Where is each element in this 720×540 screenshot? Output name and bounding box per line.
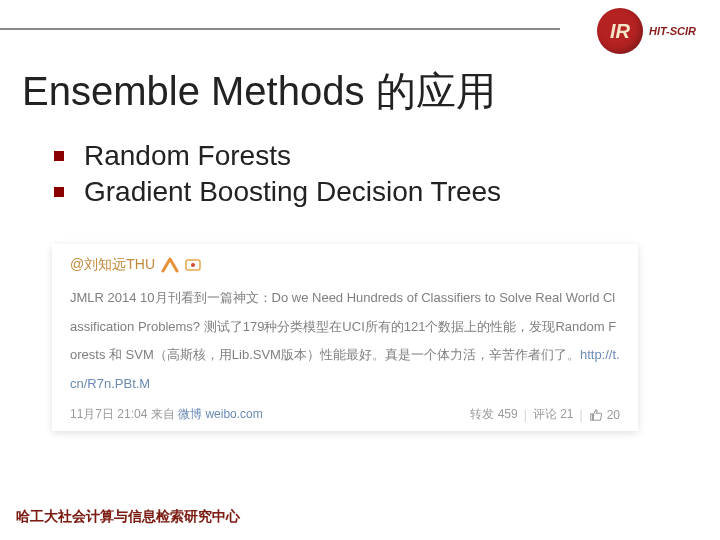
org-logo: IR HIT-SCIR <box>597 8 696 54</box>
repost-button[interactable]: 转发 459 <box>470 406 517 423</box>
logo-mark: IR <box>610 20 630 43</box>
club-icon <box>185 257 201 273</box>
svg-point-1 <box>191 263 195 267</box>
weibo-username: 刘知远THU <box>84 256 155 272</box>
vip-icon <box>161 257 179 273</box>
weibo-time: 11月7日 21:04 <box>70 407 147 421</box>
ir-logo-icon: IR <box>597 8 643 54</box>
header-divider <box>0 28 560 30</box>
list-item: Random Forests <box>54 140 501 172</box>
weibo-card: @刘知远THU JMLR 2014 10月刊看到一篇神文：Do we Need … <box>52 244 638 431</box>
via-prefix: 来自 <box>151 407 175 421</box>
weibo-source-link[interactable]: 微博 weibo.com <box>178 407 263 421</box>
comment-button[interactable]: 评论 21 <box>533 406 574 423</box>
comment-label: 评论 <box>533 407 557 421</box>
slide-title: Ensemble Methods 的应用 <box>22 64 496 119</box>
bullet-text: Gradient Boosting Decision Trees <box>84 176 501 208</box>
like-button[interactable]: 20 <box>589 408 620 422</box>
bullet-text: Random Forests <box>84 140 291 172</box>
weibo-header: @刘知远THU <box>70 256 620 274</box>
weibo-meta: 11月7日 21:04 来自 微博 weibo.com 转发 459 | 评论 … <box>70 406 620 423</box>
weibo-meta-right: 转发 459 | 评论 21 | 20 <box>470 406 620 423</box>
comment-count: 21 <box>560 407 573 421</box>
bullet-icon <box>54 151 64 161</box>
weibo-meta-left: 11月7日 21:04 来自 微博 weibo.com <box>70 406 470 423</box>
separator-icon: | <box>580 408 583 422</box>
weibo-content: JMLR 2014 10月刊看到一篇神文：Do we Need Hundreds… <box>70 284 620 398</box>
separator-icon: | <box>524 408 527 422</box>
like-count: 20 <box>607 408 620 422</box>
footer-org-name: 哈工大社会计算与信息检索研究中心 <box>16 508 240 526</box>
bullet-icon <box>54 187 64 197</box>
thumbs-up-icon <box>589 408 603 422</box>
repost-label: 转发 <box>470 407 494 421</box>
weibo-user-link[interactable]: @刘知远THU <box>70 256 155 274</box>
list-item: Gradient Boosting Decision Trees <box>54 176 501 208</box>
bullet-list: Random Forests Gradient Boosting Decisio… <box>54 140 501 212</box>
repost-count: 459 <box>498 407 518 421</box>
at-prefix: @ <box>70 256 84 272</box>
logo-text: HIT-SCIR <box>649 25 696 37</box>
weibo-prefix: JMLR 2014 10月刊看到一篇神文： <box>70 290 272 305</box>
